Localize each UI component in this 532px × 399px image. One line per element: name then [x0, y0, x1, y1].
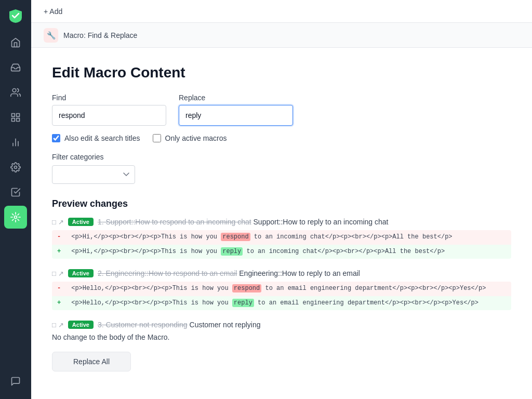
new-title-3: Customer not replying: [190, 321, 261, 329]
no-change-text-3: No change to the body of the Macro.: [52, 333, 511, 341]
find-label: Find: [52, 94, 166, 102]
diff-content-added-1: <p>Hi,</p><p><br></p><p>This is how you …: [68, 246, 445, 258]
svg-rect-2: [17, 114, 20, 117]
preview-item-2: □ ↗ Active 2. Engineering::How to respon…: [52, 269, 511, 310]
diff-word-removed-1: respond: [221, 233, 250, 241]
diff-block-2: - <p>Hello,</p><p><br></p><p>This is how…: [52, 282, 511, 310]
preview-item-2-header: □ ↗ Active 2. Engineering::How to respon…: [52, 269, 511, 277]
replace-all-button[interactable]: Replace All: [52, 352, 131, 371]
svg-point-9: [15, 216, 17, 219]
diff-line-1-removed: - <p>Hi,</p><p><br></p><p>This is how yo…: [52, 230, 511, 245]
main-area: + Add 🔧 Macro: Find & Replace Edit Macro…: [31, 0, 532, 399]
preview-item-2-title: 2. Engineering::How to respond to an ema…: [98, 269, 360, 277]
sidebar-item-users[interactable]: [4, 81, 27, 104]
sidebar-item-barchart[interactable]: [4, 131, 27, 154]
preview-item-3: □ ↗ Active 3. Customer not responding Cu…: [52, 321, 511, 341]
active-badge-1: Active: [68, 218, 94, 226]
collapse-icon[interactable]: □: [52, 218, 56, 226]
diff-word-removed-2: respond: [232, 284, 261, 292]
app-logo: [6, 6, 25, 25]
link-icon[interactable]: ↗: [58, 218, 64, 226]
preview-item-3-title: 3. Customer not responding Customer not …: [98, 321, 261, 329]
diff-word-added-2: reply: [232, 299, 254, 307]
diff-line-1-added: + <p>Hi,</p><p><br></p><p>This is how yo…: [52, 245, 511, 259]
replace-label: Replace: [179, 94, 293, 102]
active-badge-3: Active: [68, 321, 94, 329]
find-field-group: Find: [52, 94, 166, 126]
diff-prefix-added-2: +: [57, 298, 65, 309]
active-badge-2: Active: [68, 269, 94, 277]
sidebar-item-dashboard[interactable]: [4, 106, 27, 129]
add-button[interactable]: + Add: [39, 5, 66, 18]
link-icon-2[interactable]: ↗: [58, 270, 64, 277]
old-title-1: 1. Support::How to respond to an incomin…: [98, 218, 251, 226]
filter-select[interactable]: [52, 165, 135, 184]
preview-item-2-icons: □ ↗: [52, 270, 64, 277]
diff-prefix-removed-2: -: [57, 283, 65, 295]
preview-title: Preview changes: [52, 198, 511, 209]
sidebar-item-check[interactable]: [4, 181, 27, 204]
diff-line-2-removed: - <p>Hello,</p><p><br></p><p>This is how…: [52, 282, 511, 296]
checkbox-titles-text: Also edit & search titles: [64, 134, 140, 142]
breadcrumb-bar: 🔧 Macro: Find & Replace: [31, 23, 532, 48]
checkbox-active[interactable]: [153, 134, 161, 142]
filter-section: Filter categories: [52, 153, 511, 184]
replace-input[interactable]: [179, 105, 293, 126]
sidebar-item-settings[interactable]: [4, 156, 27, 179]
svg-point-0: [12, 89, 16, 92]
checkbox-titles[interactable]: [52, 134, 60, 142]
topbar: + Add: [31, 0, 532, 23]
sidebar-item-macro[interactable]: [4, 206, 27, 229]
diff-content-added-2: <p>Hello,</p><p><br></p><p>This is how y…: [68, 298, 478, 309]
diff-word-added-1: reply: [221, 247, 243, 256]
collapse-icon-2[interactable]: □: [52, 270, 56, 277]
checkbox-active-label[interactable]: Only active macros: [153, 134, 227, 142]
sidebar-item-support[interactable]: [4, 370, 27, 393]
new-title-1: Support::How to reply to an incoming cha…: [254, 218, 389, 226]
breadcrumb-icon: 🔧: [44, 28, 58, 43]
preview-item-1: □ ↗ Active 1. Support::How to respond to…: [52, 218, 511, 259]
diff-prefix-removed-1: -: [57, 232, 65, 243]
content-area: Edit Macro Content Find Replace Also edi…: [31, 48, 532, 399]
checkboxes-row: Also edit & search titles Only active ma…: [52, 134, 511, 142]
svg-point-8: [15, 166, 17, 169]
svg-rect-1: [12, 114, 15, 117]
collapse-icon-3[interactable]: □: [52, 321, 56, 329]
new-title-2: Engineering::How to reply to an email: [239, 269, 360, 277]
replace-field-group: Replace: [179, 94, 293, 126]
checkbox-active-text: Only active macros: [165, 134, 227, 142]
diff-prefix-added-1: +: [57, 246, 65, 258]
diff-content-removed-2: <p>Hello,</p><p><br></p><p>This is how y…: [68, 283, 486, 295]
preview-item-1-header: □ ↗ Active 1. Support::How to respond to…: [52, 218, 511, 226]
diff-line-2-added: + <p>Hello,</p><p><br></p><p>This is how…: [52, 296, 511, 311]
sidebar-item-inbox[interactable]: [4, 56, 27, 79]
preview-item-1-icons: □ ↗: [52, 218, 64, 226]
checkbox-titles-label[interactable]: Also edit & search titles: [52, 134, 140, 142]
breadcrumb-text: Macro: Find & Replace: [63, 31, 137, 39]
diff-content-removed-1: <p>Hi,</p><p><br></p><p>This is how you …: [68, 232, 453, 243]
sidebar-item-home[interactable]: [4, 31, 27, 54]
svg-rect-3: [12, 118, 15, 122]
preview-item-3-header: □ ↗ Active 3. Customer not responding Cu…: [52, 321, 511, 329]
sidebar: [0, 0, 31, 399]
preview-item-1-title: 1. Support::How to respond to an incomin…: [98, 218, 389, 226]
diff-block-1: - <p>Hi,</p><p><br></p><p>This is how yo…: [52, 230, 511, 259]
link-icon-3[interactable]: ↗: [58, 321, 64, 329]
filter-label: Filter categories: [52, 153, 511, 161]
find-input[interactable]: [52, 105, 166, 126]
svg-rect-4: [17, 118, 20, 122]
preview-item-3-icons: □ ↗: [52, 321, 64, 329]
find-replace-row: Find Replace: [52, 94, 511, 126]
page-title: Edit Macro Content: [52, 64, 511, 81]
old-title-2: 2. Engineering::How to respond to an ema…: [98, 269, 237, 277]
old-title-3: 3. Customer not responding: [98, 321, 188, 329]
